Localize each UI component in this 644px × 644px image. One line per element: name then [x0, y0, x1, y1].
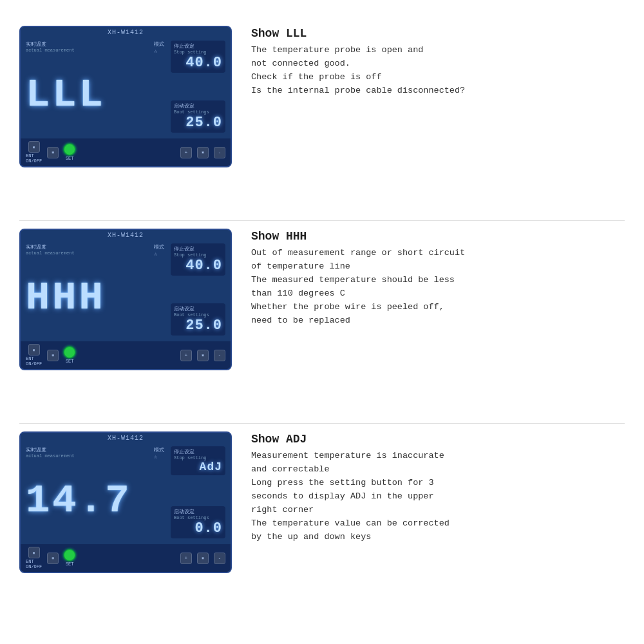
label-cn1-hhh: 实时温度	[26, 243, 75, 251]
btn-set-label-adj: SET	[66, 562, 74, 567]
mode-icon-adj: ☆	[154, 453, 164, 460]
big-display-lll: LLL	[26, 55, 164, 135]
stop-label-cn-hhh: 停止设定	[174, 245, 222, 252]
panel-labels-top-lll: 实时温度 actual measurement 模式 ☆	[26, 41, 164, 55]
stop-value-adj: AdJ	[174, 460, 222, 473]
label-group-lll: 实时温度 actual measurement	[26, 41, 75, 55]
btn-stack-set-adj: SET	[64, 549, 75, 567]
stop-label-en-hhh: Stop setting	[174, 252, 222, 258]
btn-stack-ent-hhh: ▣ ENTON/OFF	[26, 344, 42, 366]
btn-set-lll[interactable]	[64, 144, 75, 155]
panel-main-lll: 实时温度 actual measurement 模式 ☆ LLL	[26, 41, 164, 135]
btn-stack-sq3-lll: ▣	[197, 147, 209, 158]
text-section-hhh: Show HHH Out of measurement range or sho…	[251, 229, 625, 328]
mode-group-adj: 模式 ☆	[154, 446, 164, 460]
btn-set-label-lll: SET	[66, 156, 74, 161]
btn-sq3-lll[interactable]: ▣	[197, 147, 209, 158]
panel-main-adj: 实时温度 actual measurement 模式 ☆ 14.7	[26, 446, 164, 541]
label-en1-hhh: actual measurement	[26, 251, 75, 256]
btn-stack-ent-lll: ▣ ENTON/OFF	[26, 141, 42, 164]
text-section-adj: Show ADJ Measurement temperature is inac…	[251, 431, 625, 544]
label-cn2-lll: 模式	[154, 41, 164, 48]
label-cn1-lll: 实时温度	[26, 41, 75, 48]
btn-sq2-adj[interactable]: ▣	[47, 553, 59, 564]
boot-value-adj: 0.0	[174, 520, 222, 536]
stop-value-hhh: 40.0	[174, 258, 222, 274]
label-cn1-adj: 实时温度	[26, 446, 75, 453]
desc-text-hhh: Out of measurement range or short circui…	[251, 247, 625, 328]
row-hhh: XH-W1412 实时温度 actual measurement 模式 ☆	[19, 229, 625, 415]
row-lll: XH-W1412 实时温度 actual measurement 模式 ☆	[19, 26, 625, 213]
btn-ent-adj[interactable]: ▣	[28, 547, 40, 558]
btn-stack-plus-hhh: +	[180, 350, 192, 361]
panel-screen-adj: 实时温度 actual measurement 模式 ☆ 14.7	[21, 443, 231, 544]
btn-ent-label-lll: ENTON/OFF	[26, 153, 42, 164]
btn-stack-ent-adj: ▣ ENTON/OFF	[26, 547, 42, 569]
btn-minus-lll[interactable]: -	[214, 147, 225, 158]
btn-stack-minus-hhh: -	[214, 350, 225, 361]
btn-stack-sq2-adj: ▣	[47, 553, 59, 564]
btn-set-hhh[interactable]	[64, 346, 75, 358]
btn-sq3-adj[interactable]: ▣	[197, 553, 209, 564]
panel-header-hhh: XH-W1412	[21, 230, 231, 240]
stop-label-cn-lll: 停止设定	[174, 43, 222, 50]
panel-labels-top-hhh: 实时温度 actual measurement 模式 ☆	[26, 243, 164, 258]
panel-hhh: XH-W1412 实时温度 actual measurement 模式 ☆	[19, 229, 232, 370]
text-section-lll: Show LLL The temperature probe is open a…	[251, 26, 625, 98]
btn-plus-lll[interactable]: +	[180, 147, 192, 158]
panel-labels-top-adj: 实时温度 actual measurement 模式 ☆	[26, 446, 164, 460]
boot-value-hhh: 25.0	[174, 317, 222, 334]
big-display-hhh: HHH	[26, 258, 164, 338]
btn-sq3-hhh[interactable]: ▣	[197, 350, 209, 361]
boot-label-cn-lll: 启动设定	[174, 102, 222, 109]
btn-ent-lll[interactable]: ▣	[28, 141, 40, 153]
mode-icon-lll: ☆	[154, 48, 164, 55]
btn-set-adj[interactable]	[64, 549, 75, 561]
btn-sq2-hhh[interactable]: ▣	[47, 350, 59, 361]
btn-ent-hhh[interactable]: ▣	[28, 344, 40, 355]
panel-adj: XH-W1412 实时温度 actual measurement 模式 ☆	[19, 431, 232, 573]
boot-label-en-hhh: Boot settings	[174, 312, 222, 317]
btn-stack-sq3-hhh: ▣	[197, 350, 209, 361]
btn-stack-plus-lll: +	[180, 147, 192, 158]
panel-lll: XH-W1412 实时温度 actual measurement 模式 ☆	[19, 26, 232, 167]
panel-right-adj: 停止设定 Stop setting AdJ 启动设定 Boot settings…	[167, 446, 225, 541]
btn-stack-plus-adj: +	[180, 553, 192, 564]
big-chars-lll: LLL	[26, 75, 106, 115]
btn-minus-adj[interactable]: -	[214, 553, 225, 564]
show-title-hhh: Show HHH	[251, 230, 625, 243]
boot-block-adj: 启动设定 Boot settings 0.0	[171, 506, 225, 538]
btn-stack-minus-adj: -	[214, 553, 225, 564]
boot-label-cn-adj: 启动设定	[174, 508, 222, 515]
label-cn2-hhh: 模式	[154, 243, 164, 251]
boot-label-en-lll: Boot settings	[174, 109, 222, 115]
big-display-adj: 14.7	[26, 460, 164, 541]
label-cn2-adj: 模式	[154, 446, 164, 453]
btn-stack-sq2-lll: ▣	[47, 147, 59, 158]
mode-group-hhh: 模式 ☆	[154, 243, 164, 258]
desc-text-adj: Measurement temperature is inaccurate an…	[251, 450, 625, 544]
mode-group-lll: 模式 ☆	[154, 41, 164, 55]
btn-stack-set-hhh: SET	[64, 346, 75, 364]
stop-label-cn-adj: 停止设定	[174, 448, 222, 455]
label-en1-lll: actual measurement	[26, 48, 75, 53]
btn-plus-hhh[interactable]: +	[180, 350, 192, 361]
btn-ent-label-adj: ENTON/OFF	[26, 559, 42, 569]
btn-minus-hhh[interactable]: -	[214, 350, 225, 361]
btn-set-label-hhh: SET	[66, 359, 74, 364]
stop-block-lll: 停止设定 Stop setting 40.0	[171, 41, 225, 73]
btn-plus-adj[interactable]: +	[180, 553, 192, 564]
btn-sq2-lll[interactable]: ▣	[47, 147, 59, 158]
label-group-adj: 实时温度 actual measurement	[26, 446, 75, 460]
boot-label-cn-hhh: 启动设定	[174, 305, 222, 312]
mode-icon-hhh: ☆	[154, 251, 164, 258]
panel-right-hhh: 停止设定 Stop setting 40.0 启动设定 Boot setting…	[167, 243, 225, 338]
panel-main-hhh: 实时温度 actual measurement 模式 ☆ HHH	[26, 243, 164, 338]
show-title-adj: Show ADJ	[251, 433, 625, 446]
btn-stack-set-lll: SET	[64, 144, 75, 161]
label-en1-adj: actual measurement	[26, 453, 75, 459]
stop-label-en-adj: Stop setting	[174, 455, 222, 460]
panel-header-lll: XH-W1412	[21, 27, 231, 37]
panel-right-lll: 停止设定 Stop setting 40.0 启动设定 Boot setting…	[167, 41, 225, 135]
divider-2	[19, 423, 625, 424]
